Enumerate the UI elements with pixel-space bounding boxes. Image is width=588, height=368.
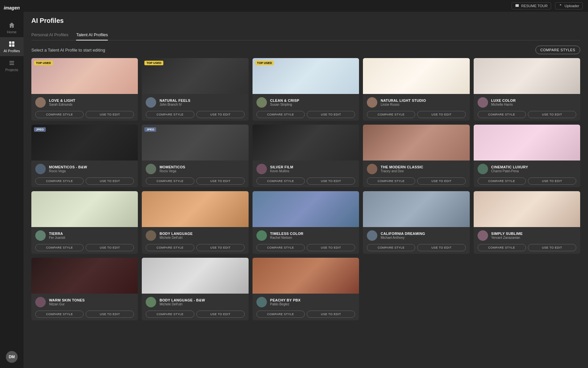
use-to-edit-button[interactable]: USE TO EDIT (417, 177, 466, 185)
card-actions: COMPARE STYLE USE TO EDIT (146, 244, 244, 251)
card-title: CINEMATIC LUXURY (491, 165, 528, 169)
card-title: TIERRA (49, 232, 65, 236)
compare-style-button[interactable]: COMPARE STYLE (367, 111, 415, 118)
card-title: BODY LANGUAGE (159, 232, 192, 236)
use-to-edit-button[interactable]: USE TO EDIT (196, 244, 245, 251)
compare-style-button[interactable]: COMPARE STYLE (35, 244, 84, 251)
profile-card-momenticos[interactable]: JPEG MOMENTICOS Rocio Vega COMPARE STYLE… (142, 125, 248, 187)
card-text: THE MODERN CLASSIC Tracey and Dee (381, 165, 423, 173)
use-to-edit-button[interactable]: USE TO EDIT (417, 111, 466, 118)
card-info: TIMELESS COLOR Rachel Nielsen (256, 230, 355, 241)
card-avatar (256, 297, 267, 307)
content-bar: Select a Talent AI Profile to start edit… (24, 46, 588, 58)
sidebar-bottom: DM (6, 351, 18, 363)
profile-card-tierra[interactable]: TIERRA Fer Juaristi COMPARE STYLE USE TO… (31, 191, 138, 254)
compare-style-button[interactable]: COMPARE STYLE (367, 177, 415, 185)
use-to-edit-button[interactable]: USE TO EDIT (196, 177, 245, 185)
profile-card-clean-crisp[interactable]: Top used CLEAN & CRISP Susan Stripling C… (253, 58, 359, 121)
card-image: Top used (31, 58, 138, 94)
use-to-edit-button[interactable]: USE TO EDIT (417, 244, 466, 251)
card-text: TIMELESS COLOR Rachel Nielsen (270, 232, 303, 239)
card-info: CALIFORNIA DREAMING Michael Anthony (367, 230, 466, 241)
compare-style-button[interactable]: COMPARE STYLE (478, 244, 526, 251)
card-title: MOMENTICOS - B&W (49, 165, 87, 169)
svg-rect-2 (9, 44, 11, 47)
compare-style-button[interactable]: COMPARE STYLE (478, 111, 526, 118)
compare-style-button[interactable]: COMPARE STYLE (146, 244, 194, 251)
compare-style-button[interactable]: COMPARE STYLE (256, 111, 305, 118)
profile-card-love-light[interactable]: Top used LOVE & LIGHT Sarah Edmunds COMP… (31, 58, 138, 121)
compare-style-button[interactable]: COMPARE STYLE (256, 177, 305, 185)
card-actions: COMPARE STYLE USE TO EDIT (478, 244, 576, 251)
use-to-edit-button[interactable]: USE TO EDIT (196, 311, 245, 318)
use-to-edit-button[interactable]: USE TO EDIT (528, 111, 576, 118)
use-to-edit-button[interactable]: USE TO EDIT (86, 111, 134, 118)
use-to-edit-button[interactable]: USE TO EDIT (86, 311, 134, 318)
card-actions: COMPARE STYLE USE TO EDIT (256, 177, 355, 185)
compare-style-button[interactable]: COMPARE STYLE (35, 111, 84, 118)
card-body: LOVE & LIGHT Sarah Edmunds COMPARE STYLE… (31, 94, 138, 121)
card-image (474, 191, 580, 227)
card-image (31, 258, 138, 294)
sidebar-item-ai-profiles[interactable]: AI Profiles (0, 37, 24, 56)
profile-card-natural-feels[interactable]: Top used NATURAL FEELS John Branch IV CO… (142, 58, 248, 121)
card-avatar (146, 297, 156, 307)
card-body: NATURAL FEELS John Branch IV COMPARE STY… (142, 94, 248, 121)
card-actions: COMPARE STYLE USE TO EDIT (146, 177, 244, 185)
card-body: NATURAL LIGHT STUDIO Linzie Russo COMPAR… (363, 94, 469, 121)
compare-style-button[interactable]: COMPARE STYLE (35, 177, 84, 185)
compare-style-button[interactable]: COMPARE STYLE (367, 244, 415, 251)
profile-card-peachy-pbx[interactable]: PEACHY BY PBX Pablo Beglez COMPARE STYLE… (253, 258, 359, 320)
profile-card-momenticos-bw[interactable]: JPEG MOMENTICOS - B&W Rocio Vega COMPARE… (31, 125, 138, 187)
card-title: PEACHY BY PBX (270, 298, 301, 302)
compare-style-button[interactable]: COMPARE STYLE (35, 311, 84, 318)
use-to-edit-button[interactable]: USE TO EDIT (307, 244, 355, 251)
profile-card-luxe-color[interactable]: LUXE COLOR Michelle Harris COMPARE STYLE… (474, 58, 580, 121)
profile-card-cinematic-luxury[interactable]: CINEMATIC LUXURY Charmi Patel-Pena COMPA… (474, 125, 580, 187)
profile-card-body-language[interactable]: BODY LANGUAGE Michele Dell'utri COMPARE … (142, 191, 248, 254)
card-avatar (35, 230, 46, 241)
card-avatar (478, 164, 488, 174)
card-body: CINEMATIC LUXURY Charmi Patel-Pena COMPA… (474, 161, 580, 187)
compare-style-button[interactable]: COMPARE STYLE (146, 177, 194, 185)
card-title: WARM SKIN TONES (49, 298, 85, 302)
projects-icon (8, 59, 15, 67)
card-avatar (478, 230, 488, 241)
profile-card-simply-sublime[interactable]: SIMPLY SUBLIME Yervant Zanazanian COMPAR… (474, 191, 580, 254)
card-author: Kevin Mullins (270, 169, 293, 173)
profile-card-timeless-color[interactable]: TIMELESS COLOR Rachel Nielsen COMPARE ST… (253, 191, 359, 254)
card-title: LUXE COLOR (491, 99, 516, 102)
compare-style-button[interactable]: COMPARE STYLE (256, 311, 305, 318)
use-to-edit-button[interactable]: USE TO EDIT (86, 244, 134, 251)
compare-style-button[interactable]: COMPARE STYLE (478, 177, 526, 185)
card-author: Michelle Harris (491, 103, 516, 106)
use-to-edit-button[interactable]: USE TO EDIT (307, 311, 355, 318)
card-title: NATURAL FEELS (159, 99, 190, 102)
tab-talent[interactable]: Talent AI Profiles (76, 30, 108, 40)
use-to-edit-button[interactable]: USE TO EDIT (307, 177, 355, 185)
profile-card-california-dreaming[interactable]: CALIFORNIA DREAMING Michael Anthony COMP… (363, 191, 469, 254)
use-to-edit-button[interactable]: USE TO EDIT (307, 111, 355, 118)
profile-card-warm-skin-tones[interactable]: WARM SKIN TONES Nitzan Gur COMPARE STYLE… (31, 258, 138, 320)
compare-style-button[interactable]: COMPARE STYLE (146, 111, 194, 118)
card-text: MOMENTICOS - B&W Rocio Vega (49, 165, 87, 173)
card-author: Michael Anthony (381, 236, 425, 239)
compare-style-button[interactable]: COMPARE STYLE (256, 244, 305, 251)
card-actions: COMPARE STYLE USE TO EDIT (35, 244, 134, 251)
use-to-edit-button[interactable]: USE TO EDIT (528, 244, 576, 251)
card-info: WARM SKIN TONES Nitzan Gur (35, 297, 134, 307)
card-image: Top used (142, 58, 248, 94)
user-avatar[interactable]: DM (6, 351, 18, 363)
profile-card-the-modern-classic[interactable]: THE MODERN CLASSIC Tracey and Dee COMPAR… (363, 125, 469, 187)
sidebar-item-home[interactable]: Home (0, 18, 24, 37)
use-to-edit-button[interactable]: USE TO EDIT (86, 177, 134, 185)
use-to-edit-button[interactable]: USE TO EDIT (196, 111, 245, 118)
sidebar-item-projects[interactable]: Projects (0, 56, 24, 75)
profile-card-body-language-bw[interactable]: BODY LANGUAGE - B&W Michele Dell'utri CO… (142, 258, 248, 320)
profile-card-silver-film[interactable]: SILVER FILM Kevin Mullins COMPARE STYLE … (253, 125, 359, 187)
compare-styles-button[interactable]: COMPARE STYLES (535, 46, 580, 54)
use-to-edit-button[interactable]: USE TO EDIT (528, 177, 576, 185)
profile-card-natural-light-studio[interactable]: NATURAL LIGHT STUDIO Linzie Russo COMPAR… (363, 58, 469, 121)
compare-style-button[interactable]: COMPARE STYLE (146, 311, 194, 318)
tab-personal[interactable]: Personal AI Profiles (31, 30, 68, 40)
